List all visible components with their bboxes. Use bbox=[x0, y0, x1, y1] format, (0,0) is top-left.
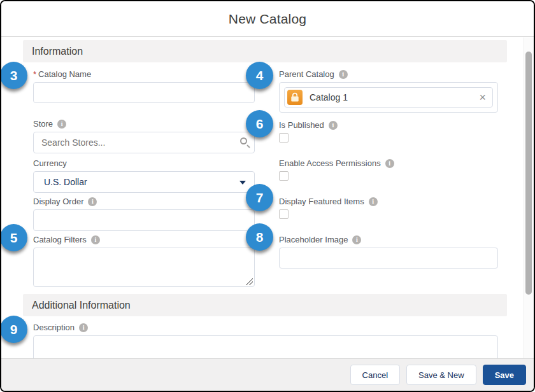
description-label: Description i bbox=[33, 322, 498, 333]
callout-badge-6: 6 bbox=[246, 110, 273, 137]
info-icon[interactable]: i bbox=[329, 121, 338, 130]
modal-header: New Catalog bbox=[1, 1, 534, 37]
selected-record-name: Catalog 1 bbox=[310, 92, 348, 102]
is-published-label: Is Published i bbox=[279, 120, 498, 130]
save-button[interactable]: Save bbox=[483, 365, 526, 385]
section-header-additional-information: Additional Information bbox=[23, 294, 507, 316]
placeholder-image-input[interactable] bbox=[279, 248, 498, 269]
callout-badge-8: 8 bbox=[246, 223, 273, 251]
chevron-down-icon bbox=[239, 181, 246, 185]
display-order-label: Display Order i bbox=[33, 196, 255, 207]
enable-access-permissions-checkbox[interactable] bbox=[279, 171, 289, 181]
display-order-input[interactable] bbox=[33, 209, 255, 231]
enable-access-permissions-label: Enable Access Permissions i bbox=[279, 158, 498, 169]
info-icon[interactable]: i bbox=[369, 197, 378, 206]
close-icon[interactable]: × bbox=[479, 90, 486, 104]
info-icon[interactable]: i bbox=[385, 159, 394, 168]
placeholder-image-label: Placeholder Image i bbox=[279, 234, 498, 245]
scrollbar-thumb[interactable] bbox=[525, 52, 532, 295]
callout-badge-9: 9 bbox=[0, 316, 27, 343]
search-icon bbox=[240, 137, 247, 144]
currency-select[interactable]: U.S. Dollar bbox=[33, 171, 255, 193]
catalog-name-field: * Catalog Name bbox=[33, 69, 255, 103]
catalog-name-input[interactable] bbox=[33, 82, 255, 103]
parent-catalog-field: Parent Catalog i Catalog 1 × bbox=[279, 69, 498, 113]
modal-footer: Cancel Save & New Save bbox=[1, 358, 534, 391]
parent-catalog-lookup[interactable]: Catalog 1 × bbox=[279, 82, 498, 113]
info-icon[interactable]: i bbox=[352, 235, 361, 244]
resize-handle[interactable] bbox=[246, 278, 253, 285]
store-search-input[interactable] bbox=[33, 132, 255, 153]
info-icon[interactable]: i bbox=[88, 197, 97, 206]
parent-catalog-label: Parent Catalog i bbox=[279, 69, 498, 80]
catalog-name-label: * Catalog Name bbox=[33, 69, 255, 80]
required-asterisk: * bbox=[33, 69, 36, 79]
info-icon[interactable]: i bbox=[91, 235, 100, 244]
callout-badge-3: 3 bbox=[0, 62, 27, 89]
save-and-new-button[interactable]: Save & New bbox=[406, 365, 476, 385]
store-label: Store i bbox=[33, 118, 255, 129]
new-catalog-modal: New Catalog Information * Catalog Name S… bbox=[0, 0, 535, 392]
display-featured-items-checkbox[interactable] bbox=[279, 209, 289, 219]
catalog-icon bbox=[287, 90, 303, 105]
cancel-button[interactable]: Cancel bbox=[350, 365, 400, 385]
display-order-field: Display Order i bbox=[33, 196, 255, 231]
section-title: Additional Information bbox=[32, 300, 131, 311]
currency-selected-value: U.S. Dollar bbox=[44, 177, 87, 187]
selected-record-pill[interactable]: Catalog 1 × bbox=[284, 87, 493, 108]
placeholder-image-field: Placeholder Image i bbox=[279, 234, 498, 269]
display-featured-items-field: Display Featured Items i bbox=[279, 196, 498, 219]
is-published-checkbox[interactable] bbox=[279, 133, 289, 143]
callout-badge-7: 7 bbox=[246, 184, 273, 211]
page-title: New Catalog bbox=[229, 11, 306, 27]
catalog-filters-field: Catalog Filters i bbox=[33, 234, 255, 287]
info-icon[interactable]: i bbox=[57, 120, 66, 129]
callout-badge-4: 4 bbox=[246, 62, 273, 89]
store-field: Store i bbox=[33, 118, 255, 153]
catalog-filters-label: Catalog Filters i bbox=[33, 234, 255, 245]
is-published-field: Is Published i bbox=[279, 120, 498, 143]
currency-field: Currency U.S. Dollar bbox=[33, 158, 255, 193]
callout-badge-5: 5 bbox=[0, 224, 27, 251]
display-featured-items-label: Display Featured Items i bbox=[279, 196, 498, 207]
catalog-filters-textarea[interactable] bbox=[33, 248, 255, 287]
info-icon[interactable]: i bbox=[339, 70, 348, 79]
section-header-information: Information bbox=[23, 40, 507, 62]
enable-access-permissions-field: Enable Access Permissions i bbox=[279, 158, 498, 181]
scrollbar-track[interactable] bbox=[524, 38, 534, 358]
info-icon[interactable]: i bbox=[79, 323, 88, 332]
currency-label: Currency bbox=[33, 158, 255, 169]
section-title: Information bbox=[32, 46, 83, 57]
